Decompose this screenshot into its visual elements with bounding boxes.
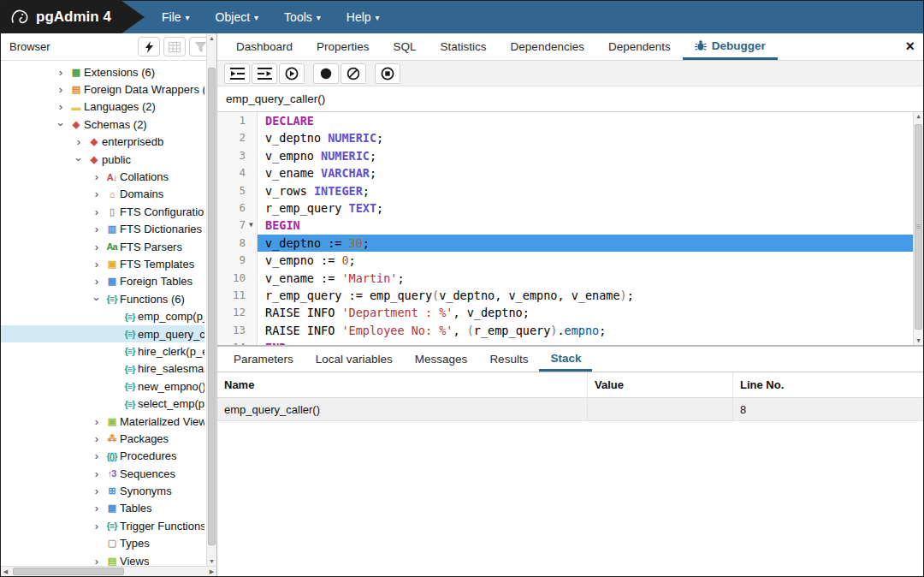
tree-item-types[interactable]: ▢Types xyxy=(1,535,204,552)
stack-frame-row[interactable]: emp_query_caller()8 xyxy=(217,398,923,421)
tree-item-schemas-2[interactable]: ›◈Schemas (2) xyxy=(1,116,204,133)
expander-chevron-icon[interactable]: › xyxy=(90,241,104,253)
step-into-button[interactable] xyxy=(224,63,250,84)
continue-button[interactable] xyxy=(279,63,305,84)
tab-results[interactable]: Results xyxy=(478,347,539,372)
expander-chevron-icon[interactable]: › xyxy=(90,223,104,235)
tab-sql[interactable]: SQL xyxy=(382,33,429,60)
tree-item-languages-2[interactable]: ›▬Languages (2) xyxy=(1,98,204,116)
tree-item-emp-query-cal[interactable]: {≡}emp_query_cal xyxy=(1,325,204,342)
tab-properties[interactable]: Properties xyxy=(305,33,382,60)
scroll-right-arrow-icon[interactable]: ▶ xyxy=(207,567,216,576)
tree-item-trigger-functions[interactable]: ›{≡}Trigger Functions xyxy=(1,517,204,534)
tree-item-collations[interactable]: ›A↓Collations xyxy=(1,168,204,185)
tree-item-public[interactable]: ›◈public xyxy=(1,151,204,168)
scroll-left-arrow-icon[interactable]: ◀ xyxy=(1,567,10,576)
stop-button[interactable] xyxy=(375,63,400,84)
tree-item-emp-comp-p-s[interactable]: {≡}emp_comp(p_s xyxy=(1,307,204,324)
expander-chevron-icon[interactable]: › xyxy=(91,292,104,306)
tab-label: Debugger xyxy=(712,39,766,52)
expander-chevron-icon[interactable]: › xyxy=(90,275,104,288)
expander-chevron-icon[interactable]: › xyxy=(55,117,68,131)
menu-help[interactable]: Help▾ xyxy=(346,10,380,24)
tree-item-packages[interactable]: ›⁂Packages xyxy=(1,430,204,447)
menu-tools[interactable]: Tools▾ xyxy=(284,10,321,24)
expander-chevron-icon[interactable]: › xyxy=(54,83,68,96)
tab-statistics[interactable]: Statistics xyxy=(429,33,499,60)
editor-vscroll-thumb[interactable] xyxy=(915,124,922,330)
fold-arrow-icon[interactable]: ▼ xyxy=(246,217,257,234)
tree-item-select-emp-p-e[interactable]: {≡}select_emp(p_e xyxy=(1,395,204,412)
tab-local-variables[interactable]: Local variables xyxy=(305,347,404,372)
tab-parameters[interactable]: Parameters xyxy=(222,347,305,372)
tree-item-procedures[interactable]: ›{()}Procedures xyxy=(1,448,204,465)
debugger-code-editor[interactable]: 1DECLARE2v_deptno NUMERIC;3v_empno NUMER… xyxy=(217,112,923,346)
expander-chevron-icon[interactable]: › xyxy=(72,135,86,148)
expander-chevron-icon[interactable]: › xyxy=(90,205,104,218)
tree-vscroll-thumb[interactable] xyxy=(208,68,216,545)
clear-breakpoints-button[interactable] xyxy=(341,63,366,84)
view-data-button[interactable] xyxy=(163,37,186,57)
tree-hscroll-thumb[interactable] xyxy=(13,568,124,575)
tree-item-fts-templates[interactable]: ›▣FTS Templates xyxy=(1,255,204,272)
tree-item-foreign-tables[interactable]: ›▦Foreign Tables xyxy=(1,273,204,290)
expander-chevron-icon[interactable]: › xyxy=(54,66,68,79)
tree-item-extensions-6[interactable]: ›▦Extensions (6) xyxy=(1,63,204,80)
scroll-down-arrow-icon[interactable]: ▼ xyxy=(207,556,216,566)
tree-item-new-empno[interactable]: {≡}new_empno() xyxy=(1,378,204,395)
tree-item-functions-6[interactable]: ›{≡}Functions (6) xyxy=(1,290,204,307)
menu-file[interactable]: File▾ xyxy=(162,10,190,24)
expander-chevron-icon[interactable]: › xyxy=(90,415,104,428)
editor-vertical-scrollbar[interactable]: ▲ ▼ xyxy=(913,112,923,345)
expander-chevron-icon[interactable]: › xyxy=(90,467,104,480)
stack-table: NameValueLine No.emp_query_caller()8 xyxy=(217,372,923,421)
expander-chevron-icon[interactable]: › xyxy=(90,258,104,271)
tree-item-hire-clerk-p-en[interactable]: {≡}hire_clerk(p_en xyxy=(1,342,204,360)
tree-item-fts-configurations[interactable]: ›▯FTS Configurations xyxy=(1,203,204,220)
tab-debugger[interactable]: Debugger xyxy=(683,33,778,60)
expander-chevron-icon[interactable]: › xyxy=(90,432,104,445)
tree-item-fts-dictionaries[interactable]: ›▥FTS Dictionaries xyxy=(1,221,204,238)
bug-icon xyxy=(695,39,707,51)
tree-vertical-scrollbar[interactable]: ▲ ▼ xyxy=(206,33,216,566)
tab-dependencies[interactable]: Dependencies xyxy=(499,33,596,60)
line-number: 1 xyxy=(239,112,246,129)
tree-item-label: hire_salesman( xyxy=(138,362,204,375)
tab-label: Results xyxy=(489,353,528,366)
scroll-up-arrow-icon[interactable]: ▲ xyxy=(914,113,923,120)
expander-chevron-icon[interactable]: › xyxy=(90,520,104,532)
query-tool-button[interactable] xyxy=(138,37,160,57)
tree-item-sequences[interactable]: ›↑3Sequences xyxy=(1,465,204,482)
tree-item-hire-salesman[interactable]: {≡}hire_salesman( xyxy=(1,360,204,378)
expander-chevron-icon[interactable]: › xyxy=(90,485,104,497)
tab-dependents[interactable]: Dependents xyxy=(596,33,683,60)
expander-chevron-icon[interactable]: › xyxy=(90,449,104,462)
step-over-button[interactable] xyxy=(252,63,277,84)
expander-chevron-icon[interactable]: › xyxy=(90,502,104,515)
expander-chevron-icon[interactable]: › xyxy=(73,152,86,166)
scroll-up-arrow-icon[interactable]: ▲ xyxy=(207,33,216,43)
tree-item-synonyms[interactable]: ›⊞Synonyms xyxy=(1,482,204,499)
tab-stack[interactable]: Stack xyxy=(539,347,592,372)
tab-messages[interactable]: Messages xyxy=(404,347,479,372)
tree-item-domains[interactable]: ›⌂Domains xyxy=(1,186,204,203)
tree-item-fts-parsers[interactable]: ›AaFTS Parsers xyxy=(1,238,204,255)
tree-item-tables[interactable]: ›▦Tables xyxy=(1,500,204,517)
expander-chevron-icon[interactable]: › xyxy=(90,187,104,200)
expander-chevron-icon[interactable]: › xyxy=(54,100,68,113)
tree-horizontal-scrollbar[interactable]: ◀ ▶ xyxy=(1,566,216,576)
menu-object[interactable]: Object▾ xyxy=(216,10,259,24)
expander-chevron-icon[interactable]: › xyxy=(90,170,104,183)
tab-dashboard[interactable]: Dashboard xyxy=(224,33,305,60)
code-text: r_emp_query := emp_query(v_deptno, v_emp… xyxy=(258,287,923,304)
tree-item-foreign-data-wrappers-2[interactable]: ›▤Foreign Data Wrappers (2) xyxy=(1,80,204,98)
scroll-down-arrow-icon[interactable]: ▼ xyxy=(914,337,923,344)
tree-item-enterprisedb[interactable]: ›◈enterprisedb xyxy=(1,134,204,151)
toolbar-group xyxy=(224,63,305,84)
chevron-down-icon: ▾ xyxy=(317,13,321,22)
tree-item-materialized-views[interactable]: ›▣Materialized Views xyxy=(1,413,204,430)
toggle-breakpoint-button[interactable] xyxy=(313,63,339,84)
menu-label: Tools xyxy=(284,10,312,24)
object-browser-tree[interactable]: ›▦Extensions (6)›▤Foreign Data Wrappers … xyxy=(1,61,216,576)
close-panel-icon[interactable]: × xyxy=(905,39,915,54)
